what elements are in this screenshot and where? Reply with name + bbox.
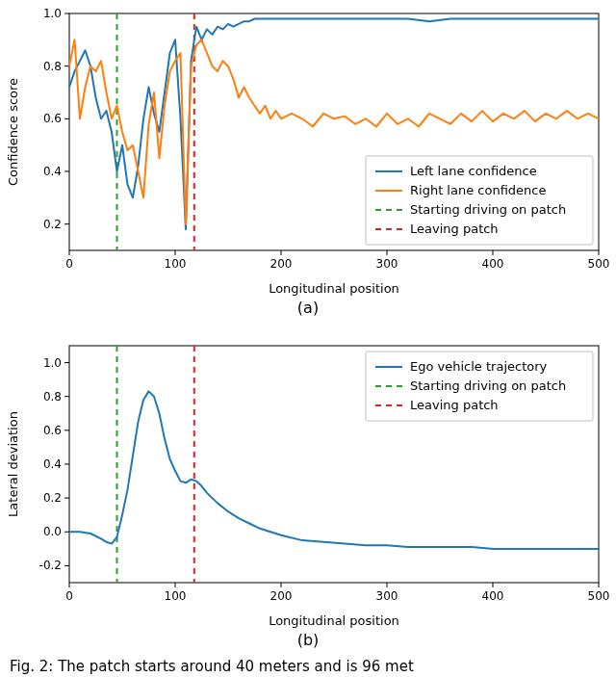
y-axis-label: Lateral deviation xyxy=(6,411,20,517)
x-tick-label: 400 xyxy=(482,589,504,603)
x-tick-label: 500 xyxy=(588,589,610,603)
legend-label: Left lane confidence xyxy=(410,164,537,178)
y-tick-label: -0.2 xyxy=(39,559,62,572)
x-tick-label: 300 xyxy=(376,589,398,603)
x-tick-label: 200 xyxy=(270,257,293,271)
subcaption-b: (b) xyxy=(0,631,616,649)
y-tick-label: 1.0 xyxy=(43,7,62,20)
chart-a-container: 01002003004005000.20.40.60.81.0Longitudi… xyxy=(0,0,616,299)
legend-label: Right lane confidence xyxy=(410,183,546,197)
y-tick-label: 0.8 xyxy=(43,390,62,404)
legend-label: Starting driving on patch xyxy=(410,202,566,217)
y-tick-label: 0.2 xyxy=(43,491,62,505)
y-tick-label: 0.6 xyxy=(43,424,62,437)
chart-a: 01002003004005000.20.40.60.81.0Longitudi… xyxy=(0,0,616,299)
subcaption-a: (a) xyxy=(0,299,616,317)
y-tick-label: 0.2 xyxy=(43,218,62,231)
y-tick-label: 0.6 xyxy=(43,112,62,125)
chart-b: 0100200300400500-0.20.00.20.40.60.81.0Lo… xyxy=(0,332,616,631)
legend: Ego vehicle trajectoryStarting driving o… xyxy=(366,352,593,421)
y-tick-label: 0.8 xyxy=(43,60,62,73)
y-axis-label: Confidence score xyxy=(6,78,20,186)
x-tick-label: 200 xyxy=(270,589,293,603)
legend-label: Starting driving on patch xyxy=(410,378,566,393)
x-axis-label: Longitudinal position xyxy=(269,281,399,296)
legend-label: Leaving patch xyxy=(410,398,499,412)
y-tick-label: 0.4 xyxy=(43,457,62,471)
y-tick-label: 1.0 xyxy=(43,356,62,370)
figure-caption: Fig. 2: The patch starts around 40 meter… xyxy=(10,658,606,675)
x-tick-label: 0 xyxy=(65,257,73,271)
x-tick-label: 400 xyxy=(482,257,504,271)
x-tick-label: 0 xyxy=(65,589,73,603)
x-tick-label: 100 xyxy=(165,589,187,603)
y-tick-label: 0.4 xyxy=(43,165,62,178)
x-tick-label: 300 xyxy=(376,257,398,271)
legend-label: Leaving patch xyxy=(410,221,499,236)
legend: Left lane confidenceRight lane confidenc… xyxy=(366,156,593,245)
x-axis-label: Longitudinal position xyxy=(269,613,399,628)
x-tick-label: 100 xyxy=(165,257,187,271)
x-tick-label: 500 xyxy=(588,257,610,271)
y-tick-label: 0.0 xyxy=(43,525,62,538)
legend-label: Ego vehicle trajectory xyxy=(410,359,548,374)
chart-b-container: 0100200300400500-0.20.00.20.40.60.81.0Lo… xyxy=(0,332,616,631)
